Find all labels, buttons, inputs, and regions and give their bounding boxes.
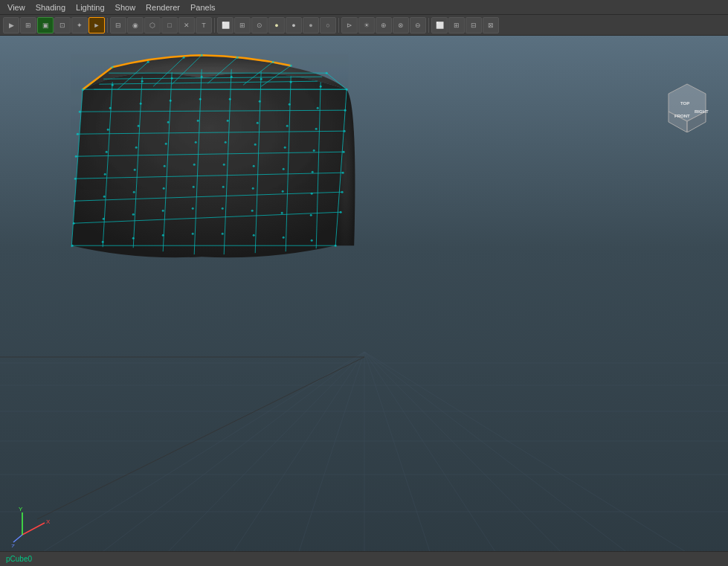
toolbar-btn-strip[interactable]: ⊟ [466, 17, 482, 33]
svg-point-86 [286, 125, 289, 127]
svg-point-60 [112, 84, 114, 86]
toolbar-separator-2 [214, 18, 215, 33]
toolbar-btn-circle[interactable]: ◉ [127, 17, 144, 33]
toolbar-btn-dot[interactable]: ⊙ [251, 17, 268, 33]
toolbar-separator-4 [428, 18, 429, 33]
svg-point-113 [193, 186, 195, 188]
svg-point-53 [183, 57, 185, 59]
toolbar-btn-frame[interactable]: ⬜ [431, 17, 448, 33]
svg-point-110 [103, 196, 106, 198]
svg-point-105 [253, 165, 255, 167]
toolbar-btn-white[interactable]: ⬜ [217, 17, 233, 33]
svg-point-129 [71, 245, 74, 247]
toolbar-btn-mesh[interactable]: ⊟ [110, 17, 126, 33]
toolbar-btn-full[interactable]: ⊠ [483, 17, 499, 33]
svg-point-58 [326, 72, 328, 74]
svg-text:Y: Y [19, 506, 23, 512]
svg-line-16 [364, 352, 692, 566]
svg-point-101 [134, 169, 136, 171]
toolbar-btn-sphere4[interactable]: ○ [320, 17, 336, 33]
toolbar-btn-box[interactable]: □ [161, 17, 178, 33]
svg-point-59 [82, 89, 84, 91]
svg-point-66 [290, 81, 292, 83]
svg-point-74 [229, 98, 231, 100]
toolbar-btn-star[interactable]: ✦ [71, 17, 88, 33]
svg-point-136 [283, 237, 285, 239]
svg-point-102 [164, 165, 166, 167]
svg-text:Z: Z [11, 543, 15, 547]
menu-shading[interactable]: Shading [31, 1, 70, 13]
svg-point-87 [315, 128, 318, 130]
toolbar-btn-target[interactable]: ⊗ [393, 17, 409, 33]
svg-point-77 [317, 107, 319, 109]
menu-renderer[interactable]: Renderer [141, 1, 184, 13]
svg-line-15 [364, 352, 610, 566]
cube-mesh [38, 36, 365, 312]
svg-point-56 [272, 61, 274, 63]
menu-lighting[interactable]: Lighting [71, 1, 109, 13]
svg-point-91 [135, 147, 138, 149]
svg-line-17 [364, 352, 728, 566]
svg-point-109 [74, 200, 76, 202]
svg-line-10 [201, 352, 364, 566]
toolbar-btn-sun[interactable]: ☀ [358, 17, 375, 33]
svg-line-7 [0, 352, 364, 566]
svg-point-89 [75, 155, 77, 158]
toolbar-btn-select[interactable]: ▣ [37, 17, 54, 33]
svg-point-103 [193, 164, 196, 166]
toolbar-btn-transform[interactable]: ⊡ [54, 17, 71, 33]
svg-point-99 [74, 178, 77, 180]
svg-point-106 [283, 168, 285, 170]
svg-point-69 [79, 111, 81, 113]
svg-point-120 [103, 218, 105, 220]
toolbar-btn-text[interactable]: T [196, 17, 212, 33]
svg-point-92 [165, 143, 167, 145]
svg-point-76 [289, 103, 291, 106]
svg-point-51 [112, 66, 114, 68]
svg-point-94 [225, 141, 227, 144]
svg-line-13 [364, 352, 446, 566]
svg-point-71 [140, 103, 142, 105]
svg-line-9 [119, 352, 364, 566]
svg-point-107 [312, 171, 314, 173]
menu-view[interactable]: View [3, 1, 30, 13]
svg-text:X: X [46, 518, 51, 525]
view-cube[interactable]: FRONT RIGHT TOP [661, 80, 713, 132]
toolbar-btn-grid[interactable]: ⊞ [20, 17, 36, 33]
svg-point-118 [341, 191, 344, 193]
svg-point-90 [106, 151, 108, 153]
svg-point-70 [109, 107, 112, 109]
svg-point-88 [344, 130, 346, 132]
toolbar-btn-grid2[interactable]: ⊞ [234, 17, 251, 33]
viewport-3d[interactable]: FRONT RIGHT TOP X Y Z pCube0 [0, 36, 728, 566]
menu-panels[interactable]: Panels [186, 1, 220, 13]
svg-point-80 [107, 129, 109, 131]
toolbar-btn-arrow[interactable]: ► [88, 17, 105, 33]
svg-point-62 [171, 77, 173, 80]
svg-point-123 [192, 208, 194, 210]
toolbar-btn-sphere1[interactable]: ● [268, 17, 285, 33]
toolbar-btn-sphere3[interactable]: ● [303, 17, 319, 33]
toolbar-btn-minus[interactable]: ⊖ [410, 17, 426, 33]
toolbar-btn-panels[interactable]: ⊞ [448, 17, 465, 33]
svg-point-83 [197, 120, 199, 122]
toolbar-btn-play[interactable]: ▶ [3, 17, 19, 33]
svg-point-72 [170, 100, 172, 102]
menu-show[interactable]: Show [111, 1, 141, 13]
toolbar-btn-hex[interactable]: ⬡ [144, 17, 161, 33]
toolbar-btn-sphere2[interactable]: ● [286, 17, 302, 33]
svg-point-131 [132, 237, 135, 239]
toolbar-btn-plus[interactable]: ⊕ [376, 17, 392, 33]
toolbar-btn-cross[interactable]: ✕ [178, 17, 195, 33]
svg-point-96 [284, 147, 286, 149]
toolbar-separator-3 [338, 18, 339, 33]
svg-line-8 [37, 352, 364, 566]
svg-point-121 [132, 213, 135, 216]
svg-point-55 [236, 57, 239, 59]
svg-line-14 [364, 352, 528, 566]
svg-point-126 [281, 212, 283, 214]
svg-point-54 [201, 54, 203, 57]
svg-point-104 [223, 164, 225, 166]
svg-point-65 [260, 78, 262, 80]
toolbar-btn-arrow2[interactable]: ⊳ [341, 17, 358, 33]
